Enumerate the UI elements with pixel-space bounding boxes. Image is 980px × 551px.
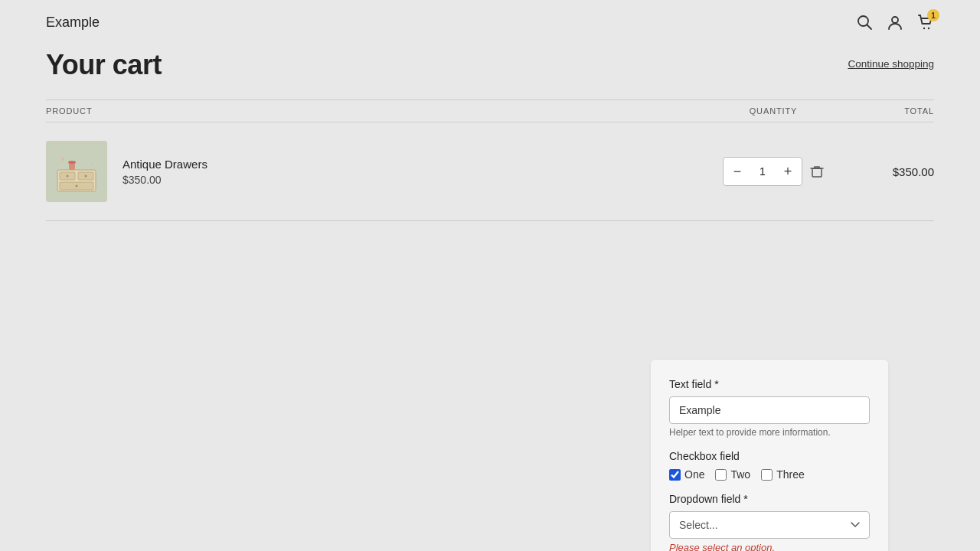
svg-point-11: [85, 175, 87, 178]
col-header-quantity: QUANTITY: [704, 106, 842, 116]
qty-value: 1: [751, 165, 774, 178]
svg-point-15: [61, 158, 64, 161]
checkbox-three-input[interactable]: [761, 469, 773, 481]
continue-shopping-link[interactable]: Continue shopping: [848, 58, 934, 70]
page-title: Your cart: [46, 49, 162, 81]
svg-point-17: [91, 163, 93, 165]
col-header-product: PRODUCT: [46, 106, 704, 116]
header: Example 1: [46, 0, 934, 38]
product-name: Antique Drawers: [122, 158, 207, 171]
main-content: PRODUCT QUANTITY TOTAL: [46, 99, 934, 221]
checkbox-one-label: One: [684, 468, 704, 481]
svg-point-2: [892, 17, 898, 23]
search-icon[interactable]: [856, 14, 873, 31]
checkbox-two-input[interactable]: [715, 469, 727, 481]
svg-point-14: [68, 161, 76, 164]
checkbox-two[interactable]: Two: [715, 468, 750, 481]
svg-point-12: [76, 185, 78, 187]
col-header-total: TOTAL: [842, 106, 934, 116]
site-logo: Example: [46, 15, 100, 31]
svg-point-4: [928, 28, 929, 29]
svg-rect-18: [812, 168, 822, 177]
svg-line-1: [867, 25, 872, 30]
delete-item-button[interactable]: [810, 165, 824, 178]
cart-item-row: Antique Drawers $350.00 − 1 +: [46, 122, 934, 221]
user-icon[interactable]: [887, 14, 903, 31]
cart-icon[interactable]: 1: [917, 14, 934, 31]
checkbox-group: One Two Three: [669, 468, 870, 481]
cart-badge: 1: [927, 9, 939, 21]
page-title-row: Your cart Continue shopping: [46, 49, 934, 81]
checkbox-two-label: Two: [730, 468, 750, 481]
text-field-label: Text field *: [669, 378, 870, 390]
qty-increase-button[interactable]: +: [774, 157, 802, 186]
text-field-helper: Helper text to provide more information.: [669, 427, 870, 438]
cart-item-total: $350.00: [842, 165, 934, 178]
qty-decrease-button[interactable]: −: [724, 157, 751, 186]
checkbox-one[interactable]: One: [669, 468, 704, 481]
dropdown-error-text: Please select an option.: [669, 542, 870, 551]
product-image: [46, 141, 107, 202]
product-info: Antique Drawers $350.00: [122, 158, 207, 186]
header-icons: 1: [856, 14, 934, 31]
text-field-input[interactable]: [669, 396, 870, 424]
checkbox-one-input[interactable]: [669, 469, 681, 481]
checkbox-field-label: Checkbox field: [669, 450, 870, 462]
cart-table-header: PRODUCT QUANTITY TOTAL: [46, 99, 934, 122]
cart-item-product: Antique Drawers $350.00: [46, 141, 704, 202]
dropdown-select[interactable]: Select... Option 1 Option 2 Option 3: [669, 511, 870, 539]
qty-box: − 1 +: [723, 157, 802, 186]
dropdown-field-label: Dropdown field *: [669, 493, 870, 505]
svg-point-16: [87, 155, 90, 158]
product-price: $350.00: [122, 174, 207, 186]
checkbox-three-label: Three: [776, 468, 805, 481]
cart-item-qty: − 1 +: [704, 157, 842, 186]
svg-point-10: [67, 175, 69, 178]
checkbox-three[interactable]: Three: [761, 468, 805, 481]
order-summary: Text field * Helper text to provide more…: [651, 360, 888, 551]
svg-point-3: [923, 28, 925, 29]
